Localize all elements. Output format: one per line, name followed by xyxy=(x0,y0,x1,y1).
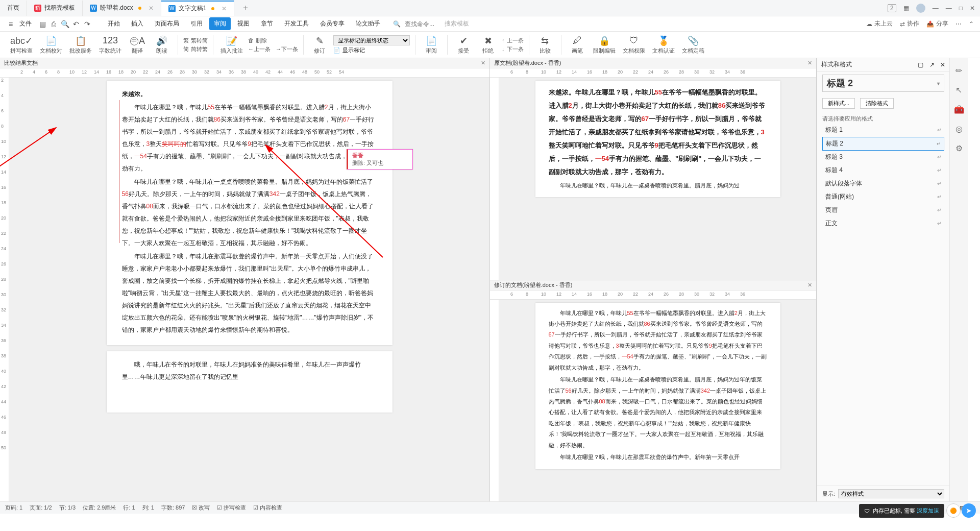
style-item[interactable]: 页眉↵ xyxy=(822,204,944,217)
share-button[interactable]: 📤分享 xyxy=(926,19,948,28)
new-style-button[interactable]: 新样式... xyxy=(822,98,855,109)
pane-close-icon[interactable]: ✕ xyxy=(807,60,812,66)
status-line[interactable]: 行: 1 xyxy=(123,504,135,512)
print-icon[interactable]: ⎙ xyxy=(49,19,58,29)
rb-track-changes[interactable]: ✎修订 xyxy=(309,35,330,55)
rb-doccheck[interactable]: 📄文档校对 xyxy=(38,35,64,55)
menu-reference[interactable]: 引用 xyxy=(186,17,207,30)
rb-review-pane[interactable]: 📄审阅 xyxy=(421,35,442,55)
panel-close-icon[interactable]: ✕ xyxy=(940,61,945,68)
vertical-ruler[interactable] xyxy=(490,78,499,280)
status-section[interactable]: 节: 1/3 xyxy=(59,504,76,512)
style-item[interactable]: 标题 3↵ xyxy=(822,151,944,164)
original-doc-scroll[interactable]: 来越浓。年味儿在哪里？哦，年味儿55在爷爷一幅幅笔墨飘香的对联里。进入腊2月，街… xyxy=(499,78,816,280)
pencil-icon[interactable]: ✏ xyxy=(954,65,964,76)
pane-close-icon[interactable]: ✕ xyxy=(807,282,812,288)
current-style-display[interactable]: 标题 2 ▾ xyxy=(822,75,944,92)
status-track[interactable]: ☒改写 xyxy=(192,504,210,512)
tab-home[interactable]: 首页 xyxy=(0,1,27,16)
panel-options-icon[interactable]: ▢ xyxy=(918,61,923,68)
revised-doc-scroll[interactable]: 年味儿在哪里？哦，年味儿55在爷爷一幅幅笔墨飘香的对联里。进入腊2月，街上大街小… xyxy=(499,300,816,502)
command-search-input[interactable] xyxy=(405,20,440,28)
collab-button[interactable]: ⇄协作 xyxy=(900,19,919,28)
compare-doc-scroll[interactable]: 来越浓。 年味儿在哪里？哦，年味儿55在爷爷一幅幅笔墨飘香的对联里。进入腊2月，… xyxy=(9,78,489,501)
preview-icon[interactable]: 🔍 xyxy=(60,19,69,29)
menu-member[interactable]: 会员专享 xyxy=(315,17,349,30)
rb-simp-to-trad[interactable]: 繁繁转简 xyxy=(183,37,208,44)
app-logo-icon[interactable]: ➤ xyxy=(962,503,976,518)
chevron-up-icon[interactable]: ⌃ xyxy=(969,20,974,28)
menu-layout[interactable]: 页面布局 xyxy=(150,17,184,30)
horizontal-ruler[interactable]: 681012141618202224262830323436 xyxy=(490,291,816,300)
rb-approve[interactable]: 📋批改服务 xyxy=(67,35,94,55)
close-window-icon[interactable]: ✕ xyxy=(970,5,975,12)
select-icon[interactable]: ↖ xyxy=(954,85,964,95)
tab-close-icon[interactable]: ✕ xyxy=(149,5,154,12)
location-icon[interactable]: ◎ xyxy=(954,124,964,134)
rb-doc-lock[interactable]: 📎文档定稿 xyxy=(680,35,706,55)
rb-accept[interactable]: ✔接受 xyxy=(453,35,474,55)
vertical-ruler[interactable]: 2468101214161820222426283032343638404244… xyxy=(0,78,9,501)
rb-comment-delete[interactable]: 🗑删除 xyxy=(248,37,298,44)
horizontal-ruler[interactable]: 681012141618202224262830323436 xyxy=(490,68,816,78)
rb-insert-comment[interactable]: 📝插入批注 xyxy=(218,35,245,55)
track-state-select[interactable]: 显示标记的最终状态 xyxy=(333,35,410,45)
rb-spellcheck[interactable]: abc✓拼写检查 xyxy=(8,35,35,55)
menu-file[interactable]: 文件 xyxy=(19,19,32,28)
status-col[interactable]: 列: 1 xyxy=(142,504,154,512)
rb-translate[interactable]: ㊥A翻译 xyxy=(127,35,148,55)
panel-task-icon[interactable]: ↗ xyxy=(929,61,935,68)
rb-comment-prev[interactable]: ←上一条 xyxy=(248,45,271,53)
style-item[interactable]: 默认段落字体↵ xyxy=(822,177,944,190)
rb-change-next[interactable]: ↓下一条 xyxy=(502,45,524,53)
redo-icon[interactable]: ↷ xyxy=(83,19,92,29)
tab-new[interactable]: ＋ xyxy=(234,1,257,16)
rb-change-prev[interactable]: ↑上一条 xyxy=(502,37,524,44)
toolbox-icon[interactable]: 🧰 xyxy=(954,104,964,114)
status-position[interactable]: 位置: 2.9厘米 xyxy=(83,504,116,512)
hamburger-icon[interactable]: ≡ xyxy=(6,19,15,29)
rb-compare[interactable]: ⇆比较 xyxy=(534,35,556,55)
save-icon[interactable]: ▤ xyxy=(38,19,47,29)
rb-pen[interactable]: 🖊画笔 xyxy=(567,35,588,55)
rb-reject[interactable]: ✖拒绝 xyxy=(477,35,499,55)
menu-section[interactable]: 章节 xyxy=(256,17,278,30)
status-words[interactable]: 字数: 897 xyxy=(161,504,185,512)
tab-doc1[interactable]: W 盼望着.docx ✕ xyxy=(83,1,161,16)
rb-read[interactable]: 🔊朗读 xyxy=(151,35,173,55)
cloud-status[interactable]: ☁未上云 xyxy=(866,19,893,28)
menu-insert[interactable]: 插入 xyxy=(127,17,148,30)
rb-wordcount[interactable]: 123字数统计 xyxy=(97,35,124,55)
show-marks-toggle[interactable]: 📄显示标记 xyxy=(333,46,410,54)
undo-icon[interactable]: ↶ xyxy=(71,19,81,29)
revision-comment[interactable]: 香香 删除: 又可也 xyxy=(347,149,413,170)
memory-warning-toast[interactable]: 🛡 内存已超标, 需要 深度加速 xyxy=(859,504,944,518)
style-item[interactable]: 普通(网站)↵ xyxy=(822,190,944,204)
status-page-no[interactable]: 页码: 1 xyxy=(5,504,22,512)
clear-format-button[interactable]: 清除格式 xyxy=(860,98,894,109)
menu-review[interactable]: 审阅 xyxy=(209,17,231,30)
rb-trad-to-simp[interactable]: 简简转繁 xyxy=(183,45,208,53)
template-search-link[interactable]: 搜索模板 xyxy=(445,19,469,28)
menu-view[interactable]: 视图 xyxy=(233,17,254,30)
style-item[interactable]: 正文↵ xyxy=(822,217,944,230)
style-item[interactable]: 标题 4↵ xyxy=(822,164,944,177)
vertical-ruler[interactable] xyxy=(490,300,499,502)
tab-doc2[interactable]: W 文字文稿1 ✕ xyxy=(161,1,235,16)
status-content[interactable]: ☑内容检查 xyxy=(253,504,282,512)
menu-icon[interactable]: — xyxy=(933,5,939,12)
style-item[interactable]: 标题 1↵ xyxy=(822,124,944,137)
settings-icon[interactable]: ⚙ xyxy=(954,143,964,153)
minimize-icon[interactable]: — xyxy=(946,5,952,12)
user-avatar-icon[interactable] xyxy=(916,4,925,13)
style-item[interactable]: 标题 2↵ xyxy=(822,137,944,151)
grid-icon[interactable]: ▦ xyxy=(903,5,909,12)
status-spell[interactable]: ☑拼写检查 xyxy=(217,504,246,512)
more-icon[interactable]: ⋯ xyxy=(955,20,962,28)
style-list[interactable]: 标题 1↵标题 2↵标题 3↵标题 4↵默认段落字体↵普通(网站)↵页眉↵正文↵ xyxy=(817,124,949,486)
rb-restrict[interactable]: 🔒限制编辑 xyxy=(591,35,618,55)
rb-doc-perm[interactable]: 🛡文档权限 xyxy=(621,35,647,55)
tab-templates[interactable]: 稻 找稻壳模板 xyxy=(27,1,83,16)
rb-comment-next[interactable]: →下一条 xyxy=(276,45,298,53)
app-logo-icon[interactable]: 🟠 xyxy=(946,503,961,518)
